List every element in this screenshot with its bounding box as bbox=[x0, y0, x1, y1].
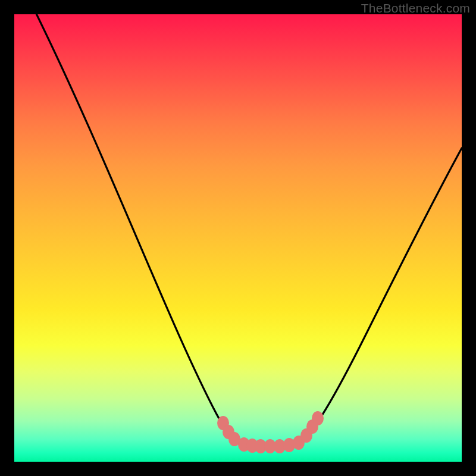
curve-group bbox=[35, 14, 462, 446]
left-curve-path bbox=[35, 14, 243, 446]
data-markers-group bbox=[217, 411, 324, 453]
chart-svg bbox=[14, 14, 462, 462]
chart-plot-area bbox=[14, 14, 462, 462]
right-curve-path bbox=[297, 148, 462, 446]
data-marker bbox=[312, 411, 324, 425]
watermark-text: TheBottleneck.com bbox=[361, 1, 470, 15]
